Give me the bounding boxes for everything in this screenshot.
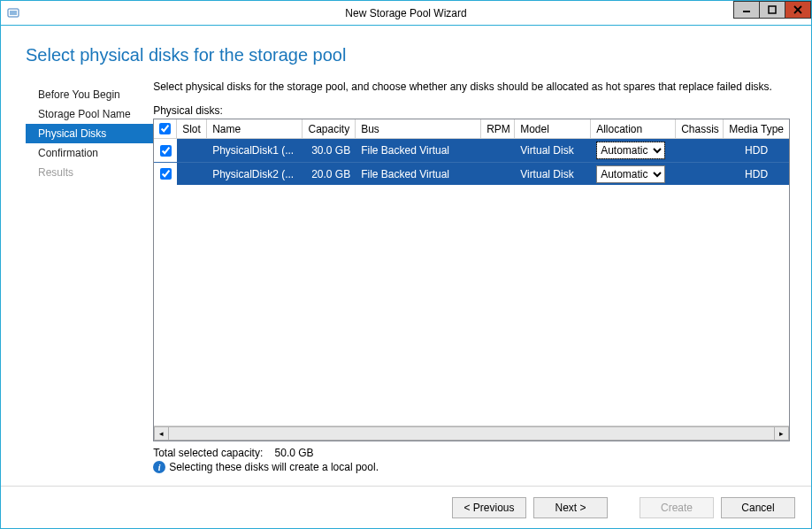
cell-bus: File Backed Virtual <box>356 163 481 185</box>
info-icon: i <box>153 461 165 473</box>
cell-rpm <box>481 163 515 185</box>
svg-rect-3 <box>769 6 776 13</box>
close-button[interactable] <box>785 1 811 19</box>
col-capacity[interactable]: Capacity <box>303 119 356 138</box>
info-text: Selecting these disks will create a loca… <box>169 461 379 473</box>
table-body: PhysicalDisk1 (... 30.0 GB File Backed V… <box>154 139 789 426</box>
cell-chassis <box>676 139 724 162</box>
cell-capacity: 30.0 GB <box>303 139 356 162</box>
table-label: Physical disks: <box>153 104 790 117</box>
wizard-window: New Storage Pool Wizard Select physical … <box>0 0 812 529</box>
window-title: New Storage Pool Wizard <box>345 7 466 19</box>
cancel-button[interactable]: Cancel <box>721 497 795 518</box>
wizard-sidebar: Before You Begin Storage Pool Name Physi… <box>26 78 153 486</box>
sidebar-item-results: Results <box>26 163 153 182</box>
table-header: Slot Name Capacity Bus RPM Model Allocat… <box>154 119 789 139</box>
table-row[interactable]: PhysicalDisk1 (... 30.0 GB File Backed V… <box>154 139 789 162</box>
cell-model: Virtual Disk <box>515 163 591 185</box>
cell-slot <box>177 163 207 185</box>
cell-chassis <box>676 163 724 185</box>
total-capacity: Total selected capacity: 50.0 GB <box>153 447 790 459</box>
cell-media: HDD <box>724 163 789 185</box>
wizard-footer: < Previous Next > Create Cancel <box>1 486 811 528</box>
cell-media: HDD <box>724 139 789 162</box>
cell-model: Virtual Disk <box>515 139 591 162</box>
col-chassis[interactable]: Chassis <box>676 119 724 138</box>
cell-name: PhysicalDisk1 (... <box>207 139 303 162</box>
allocation-select[interactable]: Automatic <box>596 142 665 159</box>
capacity-label: Total selected capacity: <box>153 447 263 459</box>
content-pane: Select physical disks for the storage po… <box>153 78 811 486</box>
sidebar-item-before-you-begin[interactable]: Before You Begin <box>26 85 153 104</box>
page-title: Select physical disks for the storage po… <box>1 26 811 78</box>
col-allocation[interactable]: Allocation <box>591 119 676 138</box>
disks-table: Slot Name Capacity Bus RPM Model Allocat… <box>153 119 790 441</box>
cell-slot <box>177 139 207 162</box>
capacity-value: 50.0 GB <box>275 447 314 459</box>
col-name[interactable]: Name <box>207 119 303 138</box>
minimize-button[interactable] <box>733 1 760 19</box>
select-all-checkbox[interactable] <box>159 123 171 134</box>
col-model[interactable]: Model <box>515 119 591 138</box>
cell-capacity: 20.0 GB <box>303 163 356 185</box>
row-checkbox[interactable] <box>160 168 172 180</box>
col-bus[interactable]: Bus <box>356 119 481 138</box>
previous-button[interactable]: < Previous <box>452 497 526 518</box>
info-row: i Selecting these disks will create a lo… <box>153 461 790 473</box>
scroll-track[interactable] <box>169 426 774 441</box>
sidebar-item-physical-disks[interactable]: Physical Disks <box>26 124 153 143</box>
col-media-type[interactable]: Media Type <box>724 119 789 138</box>
cell-allocation: Automatic <box>591 139 676 162</box>
main-row: Before You Begin Storage Pool Name Physi… <box>1 78 811 486</box>
svg-rect-1 <box>10 11 17 15</box>
scroll-right-button[interactable]: ▸ <box>774 426 789 441</box>
next-button[interactable]: Next > <box>533 497 608 518</box>
horizontal-scrollbar[interactable]: ◂ ▸ <box>154 426 789 441</box>
cell-bus: File Backed Virtual <box>356 139 481 162</box>
window-controls <box>734 1 811 19</box>
maximize-button[interactable] <box>759 1 785 19</box>
allocation-select[interactable]: Automatic <box>596 165 665 183</box>
col-slot[interactable]: Slot <box>177 119 207 138</box>
cell-rpm <box>481 139 515 162</box>
wizard-body: Select physical disks for the storage po… <box>1 26 811 528</box>
scroll-left-button[interactable]: ◂ <box>154 426 169 441</box>
table-row[interactable]: PhysicalDisk2 (... 20.0 GB File Backed V… <box>154 162 789 185</box>
titlebar: New Storage Pool Wizard <box>1 1 811 26</box>
create-button: Create <box>640 497 714 518</box>
app-icon <box>6 6 20 20</box>
col-check[interactable] <box>154 119 177 138</box>
cell-name: PhysicalDisk2 (... <box>207 163 303 185</box>
cell-allocation: Automatic <box>591 163 676 185</box>
instruction-text: Select physical disks for the storage po… <box>153 78 790 94</box>
sidebar-item-confirmation[interactable]: Confirmation <box>26 143 153 163</box>
sidebar-item-storage-pool-name[interactable]: Storage Pool Name <box>26 104 153 124</box>
row-checkbox[interactable] <box>160 145 172 157</box>
col-rpm[interactable]: RPM <box>481 119 515 138</box>
